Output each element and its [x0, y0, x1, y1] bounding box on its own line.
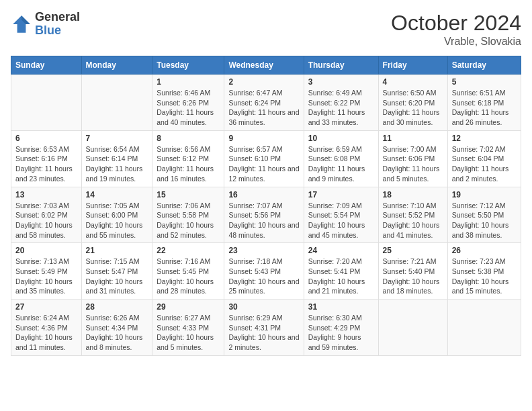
calendar-cell [11, 75, 82, 131]
calendar-cell: 20Sunrise: 7:13 AM Sunset: 5:49 PM Dayli… [11, 243, 82, 300]
day-info: Sunrise: 6:46 AM Sunset: 6:26 PM Dayligh… [157, 88, 220, 128]
day-number: 23 [228, 246, 299, 255]
calendar-cell: 16Sunrise: 7:07 AM Sunset: 5:56 PM Dayli… [224, 187, 304, 243]
day-number: 27 [15, 302, 77, 312]
day-info: Sunrise: 6:51 AM Sunset: 6:18 PM Dayligh… [452, 88, 517, 128]
calendar-cell: 14Sunrise: 7:05 AM Sunset: 6:00 PM Dayli… [81, 187, 152, 243]
day-number: 30 [228, 302, 299, 312]
day-number: 10 [308, 134, 374, 143]
calendar-cell: 11Sunrise: 7:00 AM Sunset: 6:06 PM Dayli… [378, 130, 447, 187]
day-number: 29 [157, 302, 220, 312]
calendar-cell: 12Sunrise: 7:02 AM Sunset: 6:04 PM Dayli… [447, 130, 521, 187]
day-info: Sunrise: 6:29 AM Sunset: 4:31 PM Dayligh… [228, 313, 299, 353]
calendar-cell: 24Sunrise: 7:20 AM Sunset: 5:41 PM Dayli… [304, 243, 378, 300]
day-number: 17 [308, 190, 374, 199]
calendar-header-row: SundayMondayTuesdayWednesdayThursdayFrid… [11, 56, 521, 75]
column-header-tuesday: Tuesday [152, 56, 224, 75]
day-number: 9 [228, 134, 299, 143]
calendar-cell: 17Sunrise: 7:09 AM Sunset: 5:54 PM Dayli… [304, 187, 378, 243]
logo-icon [11, 13, 32, 35]
calendar-cell: 1Sunrise: 6:46 AM Sunset: 6:26 PM Daylig… [152, 75, 224, 131]
day-number: 13 [15, 190, 77, 199]
day-number: 12 [452, 134, 517, 143]
column-header-friday: Friday [378, 56, 447, 75]
day-number: 20 [15, 246, 77, 255]
calendar-cell: 23Sunrise: 7:18 AM Sunset: 5:43 PM Dayli… [224, 243, 304, 300]
day-info: Sunrise: 6:50 AM Sunset: 6:20 PM Dayligh… [383, 88, 443, 128]
calendar-cell: 28Sunrise: 6:26 AM Sunset: 4:34 PM Dayli… [81, 300, 152, 356]
day-info: Sunrise: 6:47 AM Sunset: 6:24 PM Dayligh… [228, 88, 299, 128]
day-info: Sunrise: 7:00 AM Sunset: 6:06 PM Dayligh… [383, 144, 443, 184]
calendar-cell: 18Sunrise: 7:10 AM Sunset: 5:52 PM Dayli… [378, 187, 447, 243]
day-number: 8 [157, 134, 220, 143]
calendar-week-row: 6Sunrise: 6:53 AM Sunset: 6:16 PM Daylig… [11, 130, 521, 187]
day-info: Sunrise: 7:09 AM Sunset: 5:54 PM Dayligh… [308, 201, 374, 240]
day-info: Sunrise: 7:06 AM Sunset: 5:58 PM Dayligh… [157, 201, 220, 240]
day-number: 26 [452, 246, 517, 255]
day-number: 6 [15, 134, 77, 143]
calendar-week-row: 1Sunrise: 6:46 AM Sunset: 6:26 PM Daylig… [11, 75, 521, 131]
title-block: October 2024 Vrable, Slovakia [391, 11, 521, 48]
calendar-title: October 2024 [391, 11, 521, 36]
day-info: Sunrise: 7:07 AM Sunset: 5:56 PM Dayligh… [228, 201, 299, 240]
day-number: 18 [383, 190, 443, 199]
day-info: Sunrise: 6:26 AM Sunset: 4:34 PM Dayligh… [86, 313, 148, 353]
day-info: Sunrise: 6:49 AM Sunset: 6:22 PM Dayligh… [308, 88, 374, 128]
day-number: 22 [157, 246, 220, 255]
page-header: General Blue October 2024 Vrable, Slovak… [11, 11, 521, 48]
day-info: Sunrise: 7:03 AM Sunset: 6:02 PM Dayligh… [15, 201, 77, 240]
day-info: Sunrise: 7:10 AM Sunset: 5:52 PM Dayligh… [383, 201, 443, 240]
day-number: 5 [452, 77, 517, 87]
day-number: 1 [157, 77, 220, 87]
calendar-cell: 26Sunrise: 7:23 AM Sunset: 5:38 PM Dayli… [447, 243, 521, 300]
day-number: 25 [383, 246, 443, 255]
day-number: 15 [157, 190, 220, 199]
calendar-week-row: 20Sunrise: 7:13 AM Sunset: 5:49 PM Dayli… [11, 243, 521, 300]
calendar-cell: 21Sunrise: 7:15 AM Sunset: 5:47 PM Dayli… [81, 243, 152, 300]
day-number: 24 [308, 246, 374, 255]
calendar-cell: 8Sunrise: 6:56 AM Sunset: 6:12 PM Daylig… [152, 130, 224, 187]
calendar-cell: 4Sunrise: 6:50 AM Sunset: 6:20 PM Daylig… [378, 75, 447, 131]
day-number: 19 [452, 190, 517, 199]
calendar-week-row: 27Sunrise: 6:24 AM Sunset: 4:36 PM Dayli… [11, 300, 521, 356]
day-info: Sunrise: 7:18 AM Sunset: 5:43 PM Dayligh… [228, 257, 299, 296]
calendar-cell: 29Sunrise: 6:27 AM Sunset: 4:33 PM Dayli… [152, 300, 224, 356]
day-info: Sunrise: 6:54 AM Sunset: 6:14 PM Dayligh… [86, 144, 148, 184]
calendar-cell: 15Sunrise: 7:06 AM Sunset: 5:58 PM Dayli… [152, 187, 224, 243]
calendar-cell: 3Sunrise: 6:49 AM Sunset: 6:22 PM Daylig… [304, 75, 378, 131]
day-info: Sunrise: 7:16 AM Sunset: 5:45 PM Dayligh… [157, 257, 220, 296]
column-header-sunday: Sunday [11, 56, 82, 75]
calendar-table: SundayMondayTuesdayWednesdayThursdayFrid… [11, 56, 521, 356]
calendar-cell: 13Sunrise: 7:03 AM Sunset: 6:02 PM Dayli… [11, 187, 82, 243]
column-header-wednesday: Wednesday [224, 56, 304, 75]
calendar-cell [447, 300, 521, 356]
calendar-cell: 10Sunrise: 6:59 AM Sunset: 6:08 PM Dayli… [304, 130, 378, 187]
day-number: 21 [86, 246, 148, 255]
column-header-thursday: Thursday [304, 56, 378, 75]
calendar-cell: 9Sunrise: 6:57 AM Sunset: 6:10 PM Daylig… [224, 130, 304, 187]
calendar-cell [81, 75, 152, 131]
calendar-cell: 2Sunrise: 6:47 AM Sunset: 6:24 PM Daylig… [224, 75, 304, 131]
day-info: Sunrise: 7:23 AM Sunset: 5:38 PM Dayligh… [452, 257, 517, 296]
calendar-week-row: 13Sunrise: 7:03 AM Sunset: 6:02 PM Dayli… [11, 187, 521, 243]
day-info: Sunrise: 6:56 AM Sunset: 6:12 PM Dayligh… [157, 144, 220, 184]
calendar-subtitle: Vrable, Slovakia [391, 36, 521, 48]
calendar-cell: 27Sunrise: 6:24 AM Sunset: 4:36 PM Dayli… [11, 300, 82, 356]
day-info: Sunrise: 6:27 AM Sunset: 4:33 PM Dayligh… [157, 313, 220, 353]
day-number: 7 [86, 134, 148, 143]
calendar-cell: 6Sunrise: 6:53 AM Sunset: 6:16 PM Daylig… [11, 130, 82, 187]
day-info: Sunrise: 7:05 AM Sunset: 6:00 PM Dayligh… [86, 201, 148, 240]
day-info: Sunrise: 6:30 AM Sunset: 4:29 PM Dayligh… [308, 313, 374, 353]
calendar-cell: 31Sunrise: 6:30 AM Sunset: 4:29 PM Dayli… [304, 300, 378, 356]
day-info: Sunrise: 7:13 AM Sunset: 5:49 PM Dayligh… [15, 257, 77, 296]
day-info: Sunrise: 6:57 AM Sunset: 6:10 PM Dayligh… [228, 144, 299, 184]
calendar-cell: 5Sunrise: 6:51 AM Sunset: 6:18 PM Daylig… [447, 75, 521, 131]
day-number: 11 [383, 134, 443, 143]
calendar-cell: 22Sunrise: 7:16 AM Sunset: 5:45 PM Dayli… [152, 243, 224, 300]
column-header-saturday: Saturday [447, 56, 521, 75]
day-info: Sunrise: 7:21 AM Sunset: 5:40 PM Dayligh… [383, 257, 443, 296]
day-number: 2 [228, 77, 299, 87]
logo-text: General Blue [35, 11, 80, 38]
day-info: Sunrise: 7:20 AM Sunset: 5:41 PM Dayligh… [308, 257, 374, 296]
day-number: 16 [228, 190, 299, 199]
